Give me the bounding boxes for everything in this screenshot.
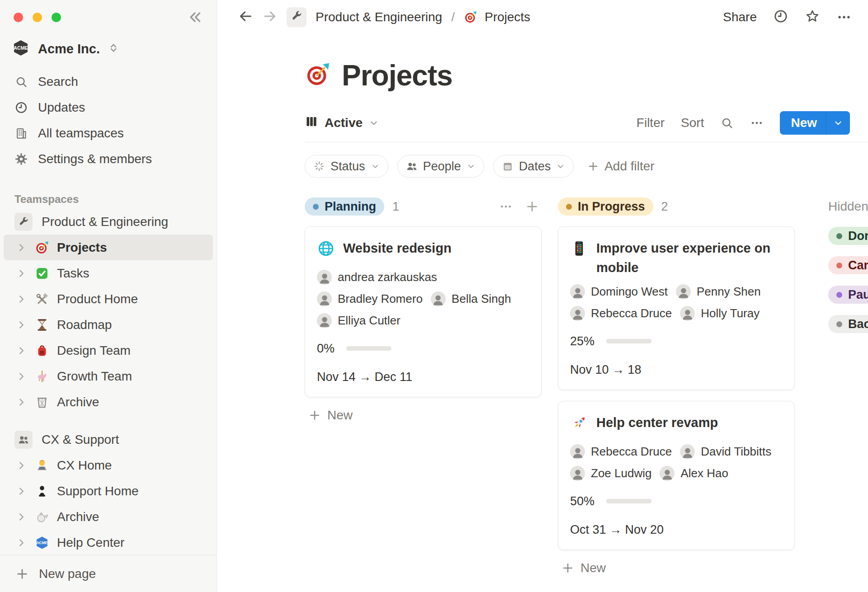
sidebar-page-archive[interactable]: Archive bbox=[4, 504, 213, 530]
teapot-icon bbox=[34, 509, 50, 525]
forward-arrow-icon[interactable] bbox=[262, 9, 278, 26]
chevron-right-icon[interactable] bbox=[15, 485, 27, 497]
favorite-star-icon[interactable] bbox=[805, 9, 820, 26]
chevron-right-icon[interactable] bbox=[15, 319, 27, 331]
history-clock-icon[interactable] bbox=[773, 9, 788, 26]
sidebar-item-updates[interactable]: Updates bbox=[0, 94, 217, 120]
card-title[interactable]: Help center revamp bbox=[596, 413, 718, 437]
assignee[interactable]: David Tibbitts bbox=[680, 444, 771, 459]
add-filter-button[interactable]: Add filter bbox=[583, 159, 655, 174]
filter-chip-status[interactable]: Status bbox=[305, 155, 388, 178]
assignee-name: Alex Hao bbox=[680, 466, 728, 480]
clock-icon bbox=[14, 101, 28, 114]
zoom-window-button[interactable] bbox=[52, 13, 61, 22]
assignee[interactable]: Zoe Ludwig bbox=[570, 466, 651, 481]
acme-badge-blue-icon: ACME bbox=[34, 535, 50, 550]
hidden-group-done[interactable]: Done bbox=[828, 227, 868, 245]
new-button[interactable]: New bbox=[780, 111, 850, 135]
target-icon[interactable] bbox=[305, 61, 331, 89]
teamspace-product-engineering[interactable]: Product & Engineering bbox=[4, 209, 213, 235]
chevron-right-icon[interactable] bbox=[15, 537, 27, 549]
sidebar-page-cx-home[interactable]: CX Home bbox=[4, 452, 213, 478]
assignee[interactable]: Domingo West bbox=[570, 284, 668, 299]
assignee[interactable]: andrea zarkauskas bbox=[317, 270, 437, 285]
sidebar-page-help-center[interactable]: ACME Help Center bbox=[4, 530, 213, 555]
search-icon[interactable] bbox=[720, 116, 734, 130]
add-filter-label: Add filter bbox=[604, 159, 655, 174]
more-options-icon[interactable] bbox=[750, 116, 764, 130]
chevron-down-icon[interactable] bbox=[826, 118, 850, 128]
status-badge[interactable]: Planning bbox=[305, 197, 384, 216]
status-badge[interactable]: In Progress bbox=[558, 197, 653, 216]
assignee[interactable]: Rebecca Druce bbox=[570, 444, 672, 459]
project-card[interactable]: Website redesign andrea zarkauskas Bradl… bbox=[305, 226, 542, 397]
filter-button[interactable]: Filter bbox=[637, 116, 665, 130]
filter-chip-people[interactable]: People bbox=[397, 155, 484, 178]
assignee[interactable]: Elliya Cutler bbox=[317, 313, 401, 328]
project-card[interactable]: Improve user experience on mobile Doming… bbox=[558, 226, 795, 390]
teamspace-cx-support[interactable]: CX & Support bbox=[4, 427, 213, 452]
people-row: andrea zarkauskas bbox=[317, 270, 529, 285]
sidebar-item-all-teamspaces[interactable]: All teamspaces bbox=[0, 120, 217, 146]
chevron-right-icon[interactable] bbox=[15, 396, 27, 408]
column-new-button[interactable]: New bbox=[305, 408, 542, 423]
status-dot-icon bbox=[836, 292, 842, 298]
assignee[interactable]: Bella Singh bbox=[431, 291, 511, 306]
column-options-icon[interactable] bbox=[499, 200, 513, 213]
hidden-group-backlog[interactable]: Backlog bbox=[828, 315, 868, 333]
chevron-right-icon[interactable] bbox=[15, 293, 27, 305]
technologist-icon bbox=[34, 458, 50, 473]
chevron-right-icon[interactable] bbox=[15, 345, 27, 357]
sidebar-page-growth-team[interactable]: Growth Team bbox=[4, 363, 213, 389]
sidebar-item-search[interactable]: Search bbox=[0, 69, 217, 94]
project-card[interactable]: Help center revamp Rebecca Druce David T… bbox=[558, 401, 795, 550]
sidebar-page-archive[interactable]: Archive bbox=[4, 389, 213, 415]
sidebar-page-design-team[interactable]: Design Team bbox=[4, 338, 213, 363]
avatar bbox=[317, 270, 332, 285]
sidebar-page-roadmap[interactable]: Roadmap bbox=[4, 312, 213, 338]
view-tab-active[interactable]: Active bbox=[305, 115, 379, 132]
assignee[interactable]: Rebecca Druce bbox=[570, 306, 672, 321]
assignee[interactable]: Penny Shen bbox=[676, 284, 761, 299]
sidebar-page-product-home[interactable]: Product Home bbox=[4, 286, 213, 312]
people-row: Rebecca Druce David Tibbitts bbox=[570, 444, 783, 459]
chevron-right-icon[interactable] bbox=[15, 242, 27, 254]
minimize-window-button[interactable] bbox=[33, 13, 42, 22]
sidebar-page-projects[interactable]: Projects bbox=[4, 235, 213, 260]
column-new-button[interactable]: New bbox=[558, 561, 795, 575]
sidebar-item-settings-members[interactable]: Settings & members bbox=[0, 146, 217, 172]
chevron-right-icon[interactable] bbox=[15, 268, 27, 279]
toolbar-divider bbox=[305, 142, 868, 142]
chevron-right-icon[interactable] bbox=[15, 371, 27, 382]
sidebar-nav: Search Updates All teamspaces Settings &… bbox=[0, 69, 217, 172]
column-add-icon[interactable] bbox=[525, 200, 539, 213]
collapse-sidebar-icon[interactable] bbox=[187, 9, 203, 25]
chevron-right-icon[interactable] bbox=[15, 511, 27, 523]
assignee[interactable]: Bradley Romero bbox=[317, 291, 423, 306]
filter-chip-dates[interactable]: Dates bbox=[493, 155, 574, 178]
card-title[interactable]: Improve user experience on mobile bbox=[596, 239, 783, 277]
new-page-button[interactable]: New page bbox=[0, 555, 217, 592]
page-title[interactable]: Projects bbox=[342, 59, 453, 92]
breadcrumb-item[interactable]: Product & Engineering bbox=[316, 10, 442, 24]
topbar: Product & Engineering / Projects Share bbox=[217, 0, 868, 34]
back-arrow-icon[interactable] bbox=[238, 9, 253, 26]
assignee[interactable]: Holly Turay bbox=[680, 306, 760, 321]
share-button[interactable]: Share bbox=[723, 10, 757, 24]
assignee[interactable]: Alex Hao bbox=[660, 466, 728, 481]
sidebar-page-tasks[interactable]: Tasks bbox=[4, 260, 213, 286]
workspace-switcher[interactable]: ACME Acme Inc. bbox=[0, 35, 217, 62]
breadcrumb-teamspace-button[interactable] bbox=[287, 7, 307, 27]
more-options-icon[interactable] bbox=[836, 9, 852, 25]
window-controls bbox=[0, 0, 217, 34]
chevron-right-icon[interactable] bbox=[15, 460, 27, 471]
card-title[interactable]: Website redesign bbox=[343, 239, 452, 263]
hidden-group-paused[interactable]: Paused bbox=[828, 286, 868, 304]
gear-icon bbox=[14, 152, 28, 166]
sidebar-page-support-home[interactable]: Support Home bbox=[4, 478, 213, 504]
close-window-button[interactable] bbox=[14, 13, 23, 22]
column-new-label: New bbox=[580, 561, 606, 575]
hidden-group-canceled[interactable]: Canceled bbox=[828, 256, 868, 274]
breadcrumb-item[interactable]: Projects bbox=[485, 10, 530, 24]
sort-button[interactable]: Sort bbox=[681, 116, 704, 130]
